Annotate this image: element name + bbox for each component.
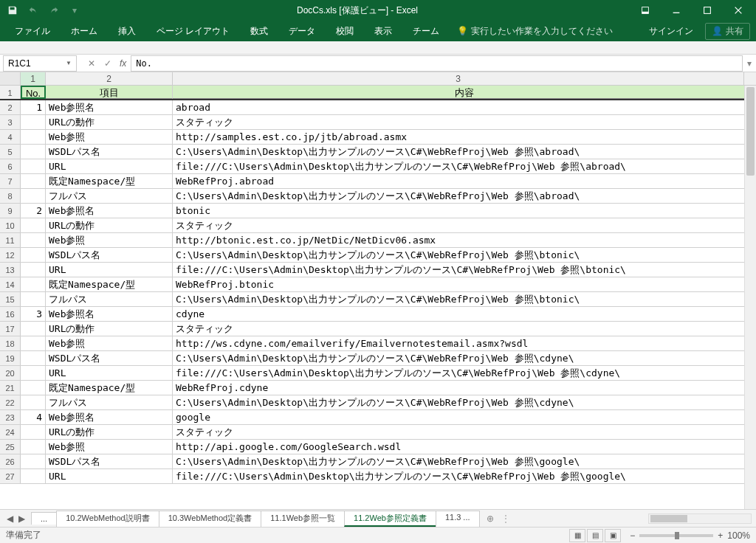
sheet-tab[interactable]: 11.1Web参照一覧 (261, 511, 345, 527)
enter-formula-button[interactable]: ✓ (100, 58, 115, 69)
cell-item[interactable]: Web参照名 (46, 410, 173, 424)
cell-content[interactable]: http://samples.est.co.jp/jtb/abroad.asmx (173, 130, 756, 144)
vertical-scrollbar[interactable] (744, 86, 756, 509)
col-header-3[interactable]: 3 (173, 72, 744, 85)
cell-no[interactable] (21, 130, 46, 144)
sheet-nav-prev[interactable]: ◀ (4, 513, 15, 524)
cell-no[interactable] (21, 381, 46, 395)
name-box[interactable]: R1C1 ▼ (3, 55, 77, 72)
row-header[interactable]: 1 (0, 86, 21, 99)
cell-no[interactable] (21, 159, 46, 173)
sheet-tab[interactable]: 10.3WebMethod定義書 (159, 511, 262, 527)
cell-item[interactable]: Web参照 (46, 440, 173, 454)
cell-item[interactable]: フルパス (46, 292, 173, 306)
cell-no[interactable] (21, 469, 46, 483)
cell-item[interactable]: 既定Namespace/型 (46, 174, 173, 188)
cell-content[interactable]: file:///C:\Users\Admin\Desktop\出力サンプルのソー… (173, 263, 756, 277)
header-item[interactable]: 項目 (46, 86, 173, 99)
row-header[interactable]: 3 (0, 115, 21, 129)
cell-no[interactable] (21, 366, 46, 380)
row-header[interactable]: 16 (0, 307, 21, 321)
cell-item[interactable]: Web参照名 (46, 100, 173, 114)
cancel-formula-button[interactable]: ✕ (84, 58, 99, 69)
cell-item[interactable]: WSDLパス名 (46, 248, 173, 262)
cell-no[interactable] (21, 351, 46, 365)
cell-no[interactable] (21, 322, 46, 336)
cell-item[interactable]: フルパス (46, 395, 173, 409)
cell-item[interactable]: URLの動作 (46, 115, 173, 129)
cell-no[interactable]: 4 (21, 410, 46, 424)
cell-item[interactable]: WSDLパス名 (46, 145, 173, 159)
undo-button[interactable] (24, 1, 43, 19)
header-content[interactable]: 内容 (173, 86, 756, 99)
cell-content[interactable]: C:\Users\Admin\Desktop\出力サンプルのソース\C#\Web… (173, 189, 756, 203)
col-header-2[interactable]: 2 (46, 72, 173, 85)
cell-item[interactable]: URL (46, 366, 173, 380)
cell-no[interactable] (21, 115, 46, 129)
row-header[interactable]: 25 (0, 440, 21, 454)
maximize-button[interactable] (693, 1, 722, 20)
col-header-1[interactable]: 1 (21, 72, 46, 85)
hscroll-thumb[interactable] (650, 515, 687, 522)
tab-pagelayout[interactable]: ページ レイアウト (148, 22, 238, 41)
formula-expand-button[interactable]: ▾ (743, 58, 756, 69)
row-header[interactable]: 22 (0, 395, 21, 409)
cell-item[interactable]: URLの動作 (46, 218, 173, 232)
row-header[interactable]: 13 (0, 263, 21, 277)
tab-review[interactable]: 校閲 (327, 22, 362, 41)
cell-content[interactable]: google (173, 410, 756, 424)
cell-content[interactable]: C:\Users\Admin\Desktop\出力サンプルのソース\C#\Web… (173, 351, 756, 365)
cell-content[interactable]: C:\Users\Admin\Desktop\出力サンプルのソース\C#\Web… (173, 145, 756, 159)
tab-team[interactable]: チーム (404, 22, 448, 41)
zoom-slider[interactable] (639, 534, 713, 537)
row-header[interactable]: 5 (0, 145, 21, 159)
cell-no[interactable]: 2 (21, 204, 46, 218)
close-button[interactable] (724, 1, 753, 20)
cell-item[interactable]: 既定Namespace/型 (46, 277, 173, 291)
cell-item[interactable]: Web参照 (46, 233, 173, 247)
cell-no[interactable] (21, 277, 46, 291)
cell-no[interactable]: 1 (21, 100, 46, 114)
cell-content[interactable]: C:\Users\Admin\Desktop\出力サンプルのソース\C#\Web… (173, 292, 756, 306)
view-break-button[interactable]: ▣ (605, 529, 621, 542)
cell-content[interactable]: btonic (173, 204, 756, 218)
share-button[interactable]: 👤 共有 (705, 23, 750, 40)
cell-item[interactable]: 既定Namespace/型 (46, 381, 173, 395)
cell-content[interactable]: http://btonic.est.co.jp/NetDic/NetDicv06… (173, 233, 756, 247)
cell-content[interactable]: スタティック (173, 322, 756, 336)
cell-no[interactable] (21, 189, 46, 203)
select-all-corner[interactable] (0, 72, 21, 85)
tab-home[interactable]: ホーム (62, 22, 106, 41)
cell-item[interactable]: Web参照 (46, 130, 173, 144)
cell-item[interactable]: URL (46, 469, 173, 483)
row-header[interactable]: 18 (0, 336, 21, 350)
cell-item[interactable]: WSDLパス名 (46, 351, 173, 365)
row-header[interactable]: 11 (0, 233, 21, 247)
cell-item[interactable]: Web参照名 (46, 204, 173, 218)
row-header[interactable]: 8 (0, 189, 21, 203)
tell-me[interactable]: 💡 実行したい作業を入力してください (457, 25, 613, 38)
cell-content[interactable]: http://ws.cdyne.com/emailverify/Emailver… (173, 336, 756, 350)
cell-content[interactable]: file:///C:\Users\Admin\Desktop\出力サンプルのソー… (173, 469, 756, 483)
cell-content[interactable]: http://api.google.com/GoogleSearch.wsdl (173, 440, 756, 454)
row-header[interactable]: 15 (0, 292, 21, 306)
row-header[interactable]: 4 (0, 130, 21, 144)
sheet-tab[interactable]: 11.2Web参照定義書 (344, 511, 436, 527)
fx-icon[interactable]: fx (120, 58, 126, 69)
cell-content[interactable]: file:///C:\Users\Admin\Desktop\出力サンプルのソー… (173, 159, 756, 173)
row-header[interactable]: 24 (0, 425, 21, 439)
cell-no[interactable] (21, 174, 46, 188)
cell-content[interactable]: スタティック (173, 115, 756, 129)
row-header[interactable]: 6 (0, 159, 21, 173)
redo-button[interactable] (44, 1, 63, 19)
cell-no[interactable] (21, 395, 46, 409)
cell-no[interactable] (21, 263, 46, 277)
cell-no[interactable] (21, 336, 46, 350)
ribbon-options-button[interactable] (630, 1, 660, 20)
cell-no[interactable] (21, 425, 46, 439)
cell-item[interactable]: URLの動作 (46, 322, 173, 336)
tab-formulas[interactable]: 数式 (241, 22, 277, 41)
row-header[interactable]: 14 (0, 277, 21, 291)
add-sheet-button[interactable]: ⊕ (482, 513, 498, 524)
cell-item[interactable]: URLの動作 (46, 425, 173, 439)
